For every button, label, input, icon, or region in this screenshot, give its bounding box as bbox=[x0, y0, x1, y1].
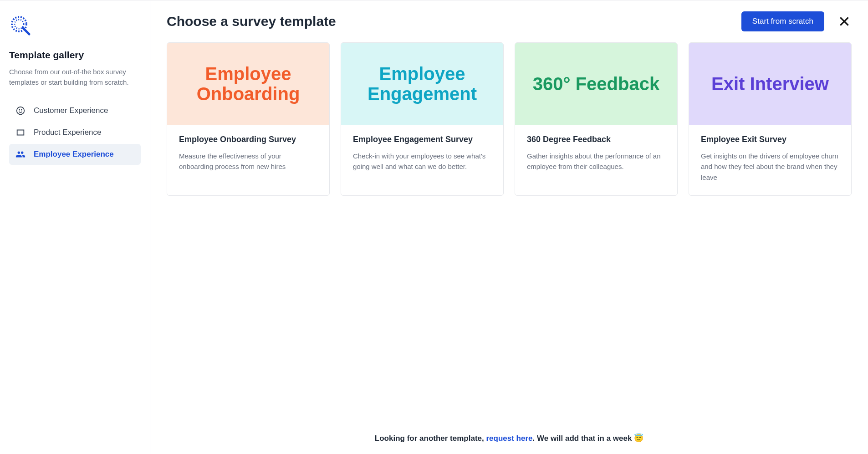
template-body: Employee Exit Survey Get insights on the… bbox=[689, 125, 851, 195]
footer-prefix: Looking for another template, bbox=[375, 434, 486, 443]
header-actions: Start from scratch bbox=[741, 11, 852, 31]
sidebar-title: Template gallery bbox=[9, 50, 141, 61]
main-content: Choose a survey template Start from scra… bbox=[150, 0, 868, 454]
template-hero: Exit Interview bbox=[689, 43, 851, 125]
template-description: Measure the effectiveness of your onboar… bbox=[179, 151, 317, 172]
sidebar-nav: Customer Experience Product Experience E… bbox=[9, 100, 141, 165]
template-title: Employee Exit Survey bbox=[701, 135, 839, 144]
sidebar-item-label: Employee Experience bbox=[34, 150, 114, 159]
template-hero: Employee Engagement bbox=[341, 43, 503, 125]
template-hero: 360° Feedback bbox=[515, 43, 677, 125]
template-card-exit-interview[interactable]: Exit Interview Employee Exit Survey Get … bbox=[689, 42, 852, 196]
template-hero: Employee Onboarding bbox=[167, 43, 329, 125]
template-body: 360 Degree Feedback Gather insights abou… bbox=[515, 125, 677, 185]
people-icon bbox=[15, 149, 26, 159]
window-icon bbox=[15, 128, 26, 138]
template-hero-text: Employee Engagement bbox=[352, 64, 492, 104]
template-title: 360 Degree Feedback bbox=[527, 135, 665, 144]
template-card-360-feedback[interactable]: 360° Feedback 360 Degree Feedback Gather… bbox=[515, 42, 678, 196]
footer-suffix: . We will add that in a week 😇 bbox=[533, 434, 644, 443]
request-template-link[interactable]: request here bbox=[486, 434, 532, 443]
template-description: Get insights on the drivers of employee … bbox=[701, 151, 839, 183]
sidebar-item-label: Customer Experience bbox=[34, 106, 108, 115]
sidebar-item-label: Product Experience bbox=[34, 128, 101, 137]
page-title: Choose a survey template bbox=[167, 14, 336, 29]
main-header: Choose a survey template Start from scra… bbox=[167, 11, 852, 31]
close-button[interactable] bbox=[837, 14, 852, 29]
template-body: Employee Engagement Survey Check-in with… bbox=[341, 125, 503, 185]
app-logo bbox=[9, 14, 31, 36]
template-title: Employee Onboarding Survey bbox=[179, 135, 317, 144]
template-grid: Employee Onboarding Employee Onboarding … bbox=[167, 42, 852, 196]
template-description: Gather insights about the performance of… bbox=[527, 151, 665, 172]
template-hero-text: Employee Onboarding bbox=[178, 64, 318, 104]
template-hero-text: 360° Feedback bbox=[533, 74, 659, 94]
template-hero-text: Exit Interview bbox=[711, 74, 829, 94]
sidebar: Template gallery Choose from our out-of-… bbox=[0, 0, 150, 454]
template-description: Check-in with your employees to see what… bbox=[353, 151, 491, 172]
template-card-engagement[interactable]: Employee Engagement Employee Engagement … bbox=[341, 42, 504, 196]
template-body: Employee Onboarding Survey Measure the e… bbox=[167, 125, 329, 185]
sidebar-item-customer-experience[interactable]: Customer Experience bbox=[9, 100, 141, 121]
smile-icon bbox=[15, 106, 26, 116]
sidebar-item-product-experience[interactable]: Product Experience bbox=[9, 122, 141, 143]
template-title: Employee Engagement Survey bbox=[353, 135, 491, 144]
sidebar-description: Choose from our out-of-the box survey te… bbox=[9, 67, 141, 87]
sidebar-item-employee-experience[interactable]: Employee Experience bbox=[9, 144, 141, 165]
template-card-onboarding[interactable]: Employee Onboarding Employee Onboarding … bbox=[167, 42, 330, 196]
footer-message: Looking for another template, request he… bbox=[167, 424, 852, 454]
start-from-scratch-button[interactable]: Start from scratch bbox=[741, 11, 824, 31]
